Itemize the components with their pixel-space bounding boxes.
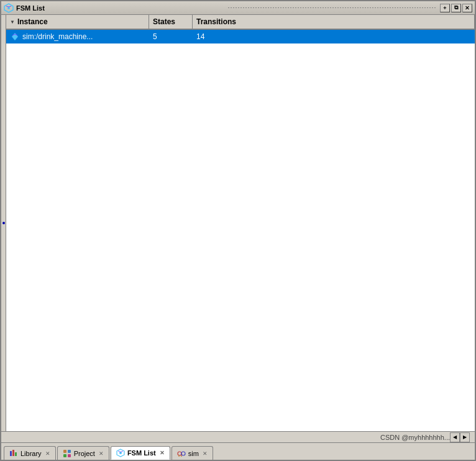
instance-name: sim:/drink_machine...	[22, 32, 93, 41]
cell-instance: sim:/drink_machine...	[6, 30, 149, 43]
scroll-right-button[interactable]: ▶	[460, 432, 470, 442]
tab-sim-close[interactable]: ✕	[203, 450, 208, 457]
tab-library[interactable]: Library ✕	[4, 446, 56, 460]
status-text: CSDN @myhhhhhhh...	[380, 434, 450, 441]
library-icon	[9, 449, 18, 458]
fsm-list-icon	[116, 449, 125, 457]
close-button[interactable]: ✕	[462, 4, 472, 12]
col-instance-label: Instance	[17, 17, 48, 26]
tab-sim[interactable]: sim ✕	[172, 446, 213, 460]
tab-bar: Library ✕ Project ✕ FSM List ✕	[1, 442, 475, 460]
svg-line-16	[118, 451, 121, 452]
content-area: ▼ Instance States Transitions	[1, 15, 475, 431]
sort-arrow-icon: ▼	[10, 19, 15, 25]
tab-project-label: Project	[74, 450, 95, 457]
col-transitions-label: Transitions	[196, 17, 236, 26]
project-icon	[63, 449, 71, 458]
tab-project-close[interactable]: ✕	[99, 450, 104, 457]
sim-icon	[177, 449, 186, 458]
accent-dot	[2, 222, 5, 224]
copy-button[interactable]: ⧉	[451, 4, 461, 12]
svg-rect-13	[68, 454, 71, 457]
svg-point-15	[119, 452, 122, 454]
svg-point-1	[7, 7, 10, 9]
main-panel: ▼ Instance States Transitions	[6, 15, 475, 431]
svg-point-18	[178, 452, 181, 455]
tab-fsm-list-label: FSM List	[127, 449, 156, 457]
scroll-left-button[interactable]: ◀	[450, 432, 460, 442]
cell-transitions: 14	[193, 31, 475, 42]
svg-rect-12	[63, 454, 66, 457]
title-bar: FSM List + ⧉ ✕	[1, 1, 475, 15]
main-window: FSM List + ⧉ ✕ ▼ Instance States	[0, 0, 476, 461]
status-bar: CSDN @myhhhhhhh... ◀ ▶	[1, 431, 475, 442]
tab-library-close[interactable]: ✕	[45, 450, 50, 457]
svg-line-2	[6, 6, 9, 7]
table-body: sim:/drink_machine... 5 14	[6, 30, 475, 431]
col-header-states[interactable]: States	[149, 15, 193, 29]
left-accent	[1, 15, 6, 431]
svg-rect-11	[68, 450, 71, 453]
table-header: ▼ Instance States Transitions	[6, 15, 475, 30]
fsm-window-icon	[4, 3, 14, 13]
svg-rect-9	[15, 452, 17, 456]
svg-point-22	[181, 455, 182, 457]
add-button[interactable]: +	[440, 4, 450, 12]
col-header-instance[interactable]: ▼ Instance	[6, 15, 149, 29]
col-states-label: States	[153, 17, 175, 26]
svg-rect-8	[12, 450, 14, 456]
tab-fsm-list-close[interactable]: ✕	[160, 450, 165, 456]
svg-marker-4	[12, 33, 18, 40]
title-buttons: + ⧉ ✕	[440, 4, 472, 12]
svg-line-17	[121, 451, 123, 452]
tab-sim-label: sim	[188, 450, 199, 457]
window-title: FSM List	[16, 4, 224, 12]
svg-rect-7	[10, 451, 12, 456]
col-header-transitions[interactable]: Transitions	[193, 15, 475, 29]
svg-point-19	[181, 452, 185, 455]
tab-library-label: Library	[21, 450, 42, 457]
svg-line-3	[9, 6, 11, 7]
tab-fsm-list[interactable]: FSM List ✕	[111, 446, 170, 460]
svg-rect-10	[63, 450, 66, 453]
svg-point-21	[178, 455, 180, 457]
table-row[interactable]: sim:/drink_machine... 5 14	[6, 30, 475, 43]
tab-project[interactable]: Project ✕	[57, 446, 109, 460]
cell-states: 5	[149, 31, 193, 42]
title-divider	[228, 7, 436, 8]
diamond-icon	[10, 32, 20, 42]
